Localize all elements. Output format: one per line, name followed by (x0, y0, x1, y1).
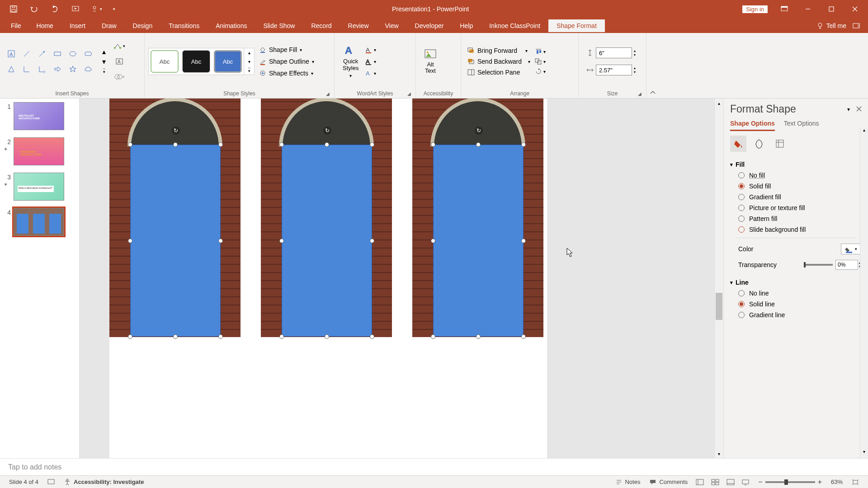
shape-options-tab[interactable]: Shape Options (730, 118, 775, 131)
shape-rect-1[interactable] (130, 145, 221, 337)
shape-styles-launcher[interactable]: ◢ (326, 91, 330, 96)
transitions-tab[interactable]: Transitions (160, 19, 208, 32)
oval-shape-icon[interactable] (65, 46, 80, 61)
signin-button[interactable]: Sign in (742, 5, 768, 13)
no-line-radio[interactable]: No line (730, 288, 862, 299)
fit-to-window-button[interactable] (847, 479, 863, 485)
height-up[interactable]: ▴ (634, 49, 636, 53)
resize-handle[interactable] (128, 334, 132, 339)
tell-me-button[interactable]: Tell me (816, 22, 846, 29)
draw-tab[interactable]: Draw (94, 19, 125, 32)
text-fill-button[interactable]: A▾ (365, 46, 376, 53)
effects-tab-icon[interactable] (751, 136, 767, 152)
slideshow-tab[interactable]: Slide Show (255, 19, 303, 32)
resize-handle[interactable] (325, 334, 329, 339)
height-down[interactable]: ▾ (634, 53, 636, 57)
resize-handle[interactable] (279, 334, 284, 339)
align-button[interactable]: ▾ (535, 48, 546, 55)
textbox-shape-icon[interactable]: A (4, 46, 19, 61)
pane-options-button[interactable]: ▾ (847, 106, 850, 113)
height-input[interactable]: 6" (596, 47, 632, 58)
design-tab[interactable]: Design (125, 19, 161, 32)
quick-styles-button[interactable]: A Quick Styles ▾ (338, 43, 363, 80)
resize-handle[interactable] (218, 239, 223, 243)
home-tab[interactable]: Home (28, 19, 61, 32)
gallery-down-button[interactable]: ▾ (98, 57, 110, 66)
solid-line-radio[interactable]: Solid line (730, 299, 862, 310)
notes-area[interactable]: Tap to add notes (0, 458, 868, 475)
transparency-slider[interactable] (804, 264, 833, 266)
developer-tab[interactable]: Developer (407, 19, 452, 32)
notes-indicator-icon[interactable] (43, 479, 59, 485)
slideshow-view-button[interactable] (738, 477, 754, 488)
notes-toggle[interactable]: Notes (611, 479, 645, 485)
file-tab[interactable]: File (4, 19, 28, 32)
rectangle-shape-icon[interactable] (50, 46, 65, 61)
zoom-level[interactable]: 63% (826, 479, 847, 485)
shape-effects-button[interactable]: Shape Effects ▾ (259, 70, 314, 77)
picture-fill-radio[interactable]: Picture or texture fill (730, 202, 862, 213)
style-down-button[interactable]: ▾ (244, 57, 254, 66)
qat-customize-button[interactable]: ▾ (109, 3, 118, 15)
zoom-in-button[interactable]: + (818, 478, 822, 486)
reading-view-button[interactable] (723, 477, 738, 488)
save-button[interactable] (5, 3, 22, 15)
resize-handle[interactable] (476, 334, 481, 339)
resize-handle[interactable] (521, 239, 526, 243)
arrow-line-shape-icon[interactable] (34, 46, 50, 61)
resize-handle[interactable] (173, 142, 178, 147)
slideshow-from-start-button[interactable] (68, 3, 84, 15)
shape-fill-button[interactable]: Shape Fill ▾ (259, 46, 314, 53)
slide-thumbnail-1[interactable]: BRUTALISTARCHITECTURE (14, 102, 64, 130)
help-tab[interactable]: Help (452, 19, 481, 32)
collapse-ribbon-button[interactable] (646, 33, 659, 98)
style-preset-1[interactable]: Abc (151, 50, 179, 73)
rotate-button[interactable]: ▾ (535, 68, 546, 75)
resize-handle[interactable] (521, 142, 526, 147)
transparency-input[interactable]: 0% (835, 260, 858, 270)
shape-rect-2[interactable] (282, 145, 372, 337)
resize-handle[interactable] (476, 142, 481, 147)
style-up-button[interactable]: ▴ (244, 48, 254, 56)
resize-handle[interactable] (370, 142, 374, 147)
elbow-arrow-shape-icon[interactable] (34, 61, 50, 77)
text-options-tab[interactable]: Text Options (784, 118, 819, 131)
pane-scroll-down[interactable]: ▾ (860, 449, 868, 458)
gallery-up-button[interactable]: ▴ (98, 47, 110, 56)
slide-thumbnail-4[interactable] (14, 208, 64, 236)
alt-text-button[interactable]: Alt Text (420, 47, 441, 76)
scroll-down-button[interactable]: ▾ (715, 449, 723, 458)
accessibility-status[interactable]: Accessibility: Investigate (59, 479, 148, 486)
touch-mode-button[interactable]: ▾ (89, 3, 105, 15)
fill-color-picker[interactable]: ▾ (841, 244, 861, 254)
minimize-button[interactable] (797, 2, 818, 16)
text-outline-button[interactable]: A▾ (365, 58, 376, 65)
gallery-more-button[interactable]: ▾ (98, 67, 110, 75)
rotate-handle[interactable]: ↻ (323, 127, 331, 135)
style-more-button[interactable]: ▾ (244, 66, 254, 75)
block-arrow-shape-icon[interactable] (50, 61, 65, 77)
insert-tab[interactable]: Insert (61, 19, 94, 32)
merge-shapes-button[interactable]: ▾ (113, 71, 126, 83)
triangle-shape-icon[interactable] (4, 61, 19, 77)
shape-rect-3[interactable] (433, 145, 524, 337)
slide-thumbnail-3[interactable]: What is Minimalistic Architecture? (14, 173, 64, 201)
scroll-up-button[interactable]: ▴ (715, 99, 723, 108)
record-tab[interactable]: Record (303, 19, 340, 32)
pane-close-button[interactable] (856, 106, 862, 113)
resize-handle[interactable] (521, 334, 526, 339)
shape-outline-button[interactable]: Shape Outline ▾ (259, 58, 314, 65)
maximize-button[interactable] (821, 2, 842, 16)
slide-bg-fill-radio[interactable]: Slide background fill (730, 224, 862, 235)
fill-section-header[interactable]: ▾ Fill (730, 159, 862, 170)
normal-view-button[interactable] (692, 477, 708, 488)
resize-handle[interactable] (173, 334, 178, 339)
resize-handle[interactable] (431, 334, 435, 339)
edit-shape-button[interactable]: ▾ (113, 40, 126, 52)
size-props-tab-icon[interactable] (772, 136, 788, 152)
close-button[interactable] (844, 2, 865, 16)
resize-handle[interactable] (431, 142, 435, 147)
sorter-view-button[interactable] (708, 477, 723, 488)
selection-pane-button[interactable]: Selection Pane (467, 69, 530, 76)
resize-handle[interactable] (128, 239, 132, 243)
